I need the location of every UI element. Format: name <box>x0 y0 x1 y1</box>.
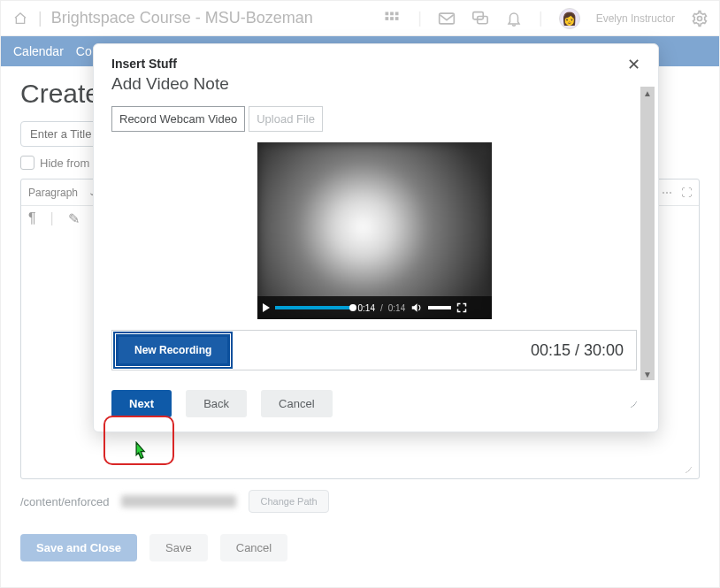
svg-rect-2 <box>395 11 399 15</box>
volume-slider[interactable] <box>428 306 451 309</box>
modal-title: Add Video Note <box>111 74 627 94</box>
modal-scrollbar[interactable]: ▲ ▼ <box>640 87 655 380</box>
cancel-button[interactable]: Cancel <box>220 534 287 561</box>
brand-title: Brightspace Course - MSU-Bozeman <box>51 9 313 27</box>
modal-cancel-button[interactable]: Cancel <box>261 390 332 417</box>
tab-record-webcam[interactable]: Record Webcam Video <box>111 106 245 132</box>
chat-icon[interactable] <box>471 10 489 27</box>
modal-resize-icon[interactable]: ⟋ <box>628 397 640 411</box>
svg-rect-5 <box>395 17 399 20</box>
svg-rect-0 <box>386 11 389 15</box>
close-icon[interactable]: ✕ <box>627 57 640 73</box>
nav-calendar[interactable]: Calendar <box>13 44 64 58</box>
nav-item[interactable]: Co <box>76 44 92 58</box>
svg-rect-6 <box>440 13 455 24</box>
more-icon[interactable]: ⋯ <box>662 187 672 199</box>
gear-icon[interactable] <box>691 10 709 27</box>
hide-checkbox[interactable] <box>20 156 34 170</box>
tab-upload-file[interactable]: Upload File <box>249 106 323 132</box>
clear-format-icon[interactable]: ✎ <box>68 210 80 227</box>
format-icon[interactable]: ¶ <box>28 210 36 226</box>
paragraph-selector[interactable]: Paragraph <box>28 187 78 199</box>
change-path-button[interactable]: Change Path <box>249 490 328 513</box>
insert-stuff-modal: Insert Stuff Add Video Note ✕ ▲ ▼ Record… <box>93 43 659 432</box>
modal-title-small: Insert Stuff <box>111 57 627 71</box>
volume-icon[interactable] <box>410 302 423 313</box>
video-controls: 0:14 / 0:14 <box>257 296 492 319</box>
fullscreen-video-icon[interactable] <box>456 302 467 313</box>
apps-grid-icon[interactable] <box>382 9 402 28</box>
video-position: 0:14 <box>358 303 375 313</box>
recording-time: 00:15 / 30:00 <box>518 341 636 360</box>
content-path-prefix: /content/enforced <box>20 495 109 508</box>
new-recording-button[interactable]: New Recording <box>116 334 230 366</box>
back-button[interactable]: Back <box>186 390 247 417</box>
play-icon[interactable] <box>263 303 270 312</box>
user-name: Evelyn Instructor <box>596 12 675 25</box>
save-button[interactable]: Save <box>149 534 208 561</box>
resize-handle-icon[interactable]: ⟋ <box>683 462 695 477</box>
bell-icon[interactable] <box>505 10 523 27</box>
video-preview: 0:14 / 0:14 <box>257 142 492 319</box>
avatar[interactable]: 👩 <box>559 8 580 29</box>
mail-icon[interactable] <box>438 10 456 27</box>
svg-rect-4 <box>390 17 394 20</box>
video-duration: 0:14 <box>388 303 405 313</box>
fullscreen-icon[interactable]: ⛶ <box>681 187 692 199</box>
scroll-down-icon[interactable]: ▼ <box>640 368 655 380</box>
video-progress[interactable] <box>275 306 353 309</box>
svg-rect-3 <box>386 17 389 20</box>
cursor-icon <box>130 441 149 464</box>
svg-rect-1 <box>390 11 394 15</box>
content-path-blurred <box>121 495 236 508</box>
save-and-close-button[interactable]: Save and Close <box>20 534 137 561</box>
home-icon[interactable] <box>11 10 29 27</box>
hide-label: Hide from U <box>40 157 101 170</box>
svg-point-9 <box>698 16 702 20</box>
scroll-up-icon[interactable]: ▲ <box>640 87 655 99</box>
next-button[interactable]: Next <box>111 390 172 417</box>
